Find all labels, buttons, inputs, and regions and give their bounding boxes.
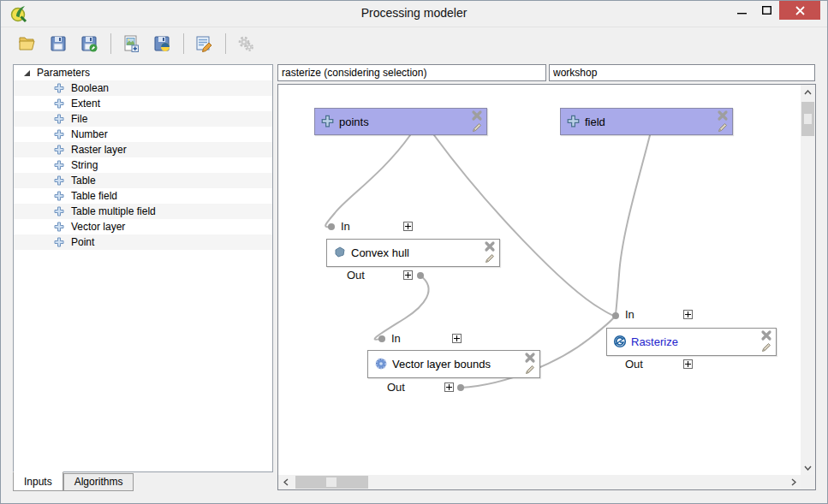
toolbar-separator [183,33,184,54]
toolbar-separator [110,33,111,54]
add-parameter-icon [54,114,64,124]
parameters-panel: Parameters Boolean Extent File Number Ra… [13,64,273,472]
delete-node-icon[interactable] [484,240,496,252]
delete-node-icon[interactable] [717,110,729,122]
parameter-item-boolean[interactable]: Boolean [14,80,272,96]
vertical-scroll-thumb[interactable] [801,102,814,136]
algorithm-node-rasterize[interactable]: Rasterize [606,328,777,356]
parameter-item-point[interactable]: Point [14,234,272,250]
add-parameter-icon [54,129,64,139]
run-model-icon [236,34,255,53]
edit-node-icon[interactable] [471,122,483,133]
export-python-icon [152,34,171,53]
parameter-item-number[interactable]: Number [14,127,272,142]
parameter-item-table-field[interactable]: Table field [14,188,272,204]
delete-node-icon[interactable] [471,110,483,122]
connection-convexhull-to-vectorbounds [375,276,429,340]
parameter-item-vector-layer[interactable]: Vector layer [14,219,272,234]
maximize-button[interactable] [754,1,779,20]
parameter-item-table-multiple-field[interactable]: Table multiple field [14,204,272,219]
add-parameter-icon [54,98,64,109]
expand-io-button[interactable] [403,270,413,280]
model-group-input[interactable] [549,64,815,81]
connector-dot [457,384,464,391]
algorithm-node-vector-layer-bounds[interactable]: Vector layer bounds [367,350,540,378]
expand-io-button[interactable] [683,310,693,319]
algorithm-node-convex-hull[interactable]: Convex hull [326,239,500,267]
connector-dot [417,272,424,279]
vertical-scrollbar[interactable] [801,85,815,475]
edit-model-help-button[interactable] [191,31,217,56]
export-image-button[interactable] [118,31,144,56]
parameter-item-extent[interactable]: Extent [14,96,272,111]
connection-field-to-rasterize [616,135,650,314]
input-node-field[interactable]: field [560,108,733,135]
run-model-button[interactable] [233,31,259,56]
model-scene[interactable]: points field In Convex hull Out [278,85,801,475]
titlebar[interactable]: Processing modeler [1,1,827,27]
window-controls [730,1,820,20]
connector-dot [378,335,385,342]
scroll-up-button[interactable] [801,85,815,99]
delete-node-icon[interactable] [524,352,536,364]
connection-points-to-convexhull [325,135,410,227]
convexhull-out-label: Out [347,269,365,282]
tab-algorithms[interactable]: Algorithms [63,473,134,491]
tree-root-parameters[interactable]: Parameters [14,65,272,80]
edit-node-icon[interactable] [524,364,536,376]
input-node-label: points [339,116,369,128]
model-canvas[interactable]: points field In Convex hull Out [277,84,816,490]
add-parameter-icon [54,145,64,155]
scroll-down-button[interactable] [801,460,815,475]
processing-modeler-window: Processing modeler [0,0,828,504]
add-parameter-icon [54,175,64,186]
horizontal-scrollbar[interactable] [278,475,801,489]
export-python-button[interactable] [149,31,175,56]
save-model-button[interactable] [45,31,71,56]
minimize-button[interactable] [730,1,754,20]
edit-node-icon[interactable] [484,252,496,264]
expand-io-button[interactable] [444,382,454,392]
scroll-thumb-grip [804,114,812,124]
expand-io-button[interactable] [403,222,413,231]
algorithm-node-label: Convex hull [351,246,409,259]
add-parameter-icon [54,222,64,232]
window-title: Processing modeler [1,6,827,20]
vectorbounds-in-label: In [391,332,401,345]
edit-node-icon[interactable] [760,341,772,353]
tab-inputs[interactable]: Inputs [13,471,63,491]
open-model-icon [18,34,37,53]
close-icon [795,6,805,15]
expand-io-button[interactable] [452,334,462,343]
close-button[interactable] [779,1,820,20]
tree-expander-icon[interactable] [24,70,30,76]
input-node-points[interactable]: points [314,108,487,135]
connector-dot [612,312,619,319]
scroll-left-button[interactable] [278,475,293,489]
save-model-as-button[interactable] [76,31,102,56]
add-parameter-icon [54,206,64,216]
parameter-item-raster-layer[interactable]: Raster layer [14,142,272,157]
algorithm-node-label: Vector layer bounds [392,358,491,371]
scroll-right-button[interactable] [786,475,801,489]
rasterize-in-label: In [625,308,634,321]
input-node-label: field [585,116,605,128]
parameter-plus-icon [567,115,581,128]
expand-io-button[interactable] [683,359,693,369]
export-image-icon [122,34,140,53]
model-name-input[interactable] [277,64,546,81]
horizontal-scroll-thumb[interactable] [295,476,368,489]
parameter-item-string[interactable]: String [14,157,272,173]
toolbar-separator [225,33,226,54]
add-parameter-icon [54,160,64,170]
panel-tabs: Inputs Algorithms [13,472,134,491]
edit-node-icon[interactable] [717,122,729,133]
delete-node-icon[interactable] [760,329,772,341]
open-model-button[interactable] [15,31,40,56]
convexhull-in-label: In [341,220,350,233]
rasterize-out-label: Out [625,358,643,371]
parameter-item-table[interactable]: Table [14,173,272,188]
add-parameter-icon [54,191,64,201]
convex-hull-icon [333,246,347,259]
parameter-item-file[interactable]: File [14,111,272,127]
